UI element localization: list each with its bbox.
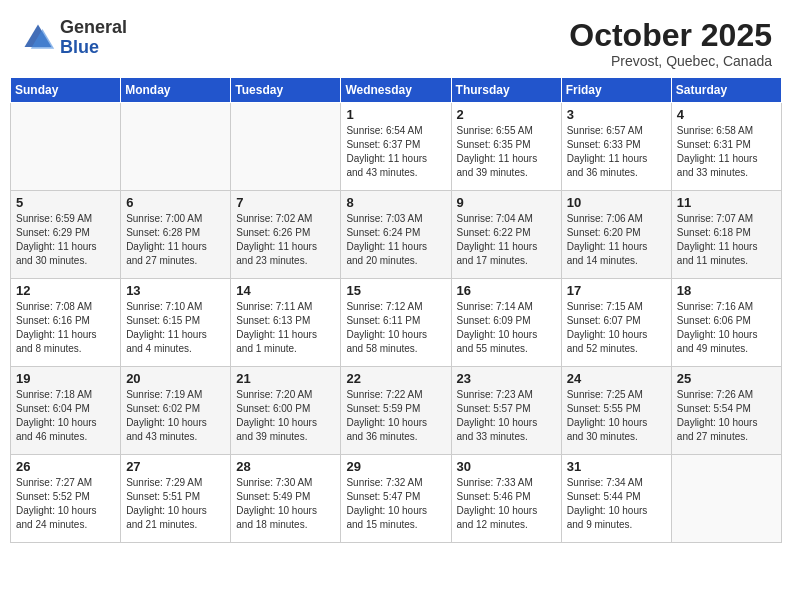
calendar-cell	[231, 103, 341, 191]
calendar-cell: 12Sunrise: 7:08 AM Sunset: 6:16 PM Dayli…	[11, 279, 121, 367]
day-info: Sunrise: 7:20 AM Sunset: 6:00 PM Dayligh…	[236, 388, 335, 444]
day-number: 6	[126, 195, 225, 210]
weekday-header-tuesday: Tuesday	[231, 78, 341, 103]
calendar-cell: 4Sunrise: 6:58 AM Sunset: 6:31 PM Daylig…	[671, 103, 781, 191]
day-number: 22	[346, 371, 445, 386]
day-info: Sunrise: 7:34 AM Sunset: 5:44 PM Dayligh…	[567, 476, 666, 532]
day-number: 4	[677, 107, 776, 122]
page-header: General Blue October 2025 Prevost, Quebe…	[10, 10, 782, 69]
day-number: 14	[236, 283, 335, 298]
location-subtitle: Prevost, Quebec, Canada	[569, 53, 772, 69]
day-info: Sunrise: 7:18 AM Sunset: 6:04 PM Dayligh…	[16, 388, 115, 444]
calendar-cell	[121, 103, 231, 191]
day-info: Sunrise: 7:27 AM Sunset: 5:52 PM Dayligh…	[16, 476, 115, 532]
logo-general: General	[60, 18, 127, 38]
day-number: 30	[457, 459, 556, 474]
day-number: 20	[126, 371, 225, 386]
calendar-cell: 20Sunrise: 7:19 AM Sunset: 6:02 PM Dayli…	[121, 367, 231, 455]
logo-icon	[20, 20, 56, 56]
calendar-cell: 15Sunrise: 7:12 AM Sunset: 6:11 PM Dayli…	[341, 279, 451, 367]
day-number: 25	[677, 371, 776, 386]
day-number: 7	[236, 195, 335, 210]
calendar-cell: 23Sunrise: 7:23 AM Sunset: 5:57 PM Dayli…	[451, 367, 561, 455]
day-info: Sunrise: 7:29 AM Sunset: 5:51 PM Dayligh…	[126, 476, 225, 532]
day-info: Sunrise: 7:22 AM Sunset: 5:59 PM Dayligh…	[346, 388, 445, 444]
day-number: 19	[16, 371, 115, 386]
weekday-header-monday: Monday	[121, 78, 231, 103]
day-number: 21	[236, 371, 335, 386]
day-number: 27	[126, 459, 225, 474]
day-info: Sunrise: 7:14 AM Sunset: 6:09 PM Dayligh…	[457, 300, 556, 356]
day-number: 23	[457, 371, 556, 386]
day-number: 9	[457, 195, 556, 210]
logo-blue: Blue	[60, 38, 127, 58]
day-info: Sunrise: 6:59 AM Sunset: 6:29 PM Dayligh…	[16, 212, 115, 268]
day-info: Sunrise: 6:55 AM Sunset: 6:35 PM Dayligh…	[457, 124, 556, 180]
day-number: 1	[346, 107, 445, 122]
calendar-cell: 24Sunrise: 7:25 AM Sunset: 5:55 PM Dayli…	[561, 367, 671, 455]
day-number: 15	[346, 283, 445, 298]
day-info: Sunrise: 7:16 AM Sunset: 6:06 PM Dayligh…	[677, 300, 776, 356]
calendar-cell: 6Sunrise: 7:00 AM Sunset: 6:28 PM Daylig…	[121, 191, 231, 279]
weekday-header-row: SundayMondayTuesdayWednesdayThursdayFrid…	[11, 78, 782, 103]
calendar-cell: 22Sunrise: 7:22 AM Sunset: 5:59 PM Dayli…	[341, 367, 451, 455]
weekday-header-friday: Friday	[561, 78, 671, 103]
day-info: Sunrise: 7:06 AM Sunset: 6:20 PM Dayligh…	[567, 212, 666, 268]
title-block: October 2025 Prevost, Quebec, Canada	[569, 18, 772, 69]
day-info: Sunrise: 7:33 AM Sunset: 5:46 PM Dayligh…	[457, 476, 556, 532]
calendar-cell: 1Sunrise: 6:54 AM Sunset: 6:37 PM Daylig…	[341, 103, 451, 191]
calendar-cell: 26Sunrise: 7:27 AM Sunset: 5:52 PM Dayli…	[11, 455, 121, 543]
calendar-cell: 9Sunrise: 7:04 AM Sunset: 6:22 PM Daylig…	[451, 191, 561, 279]
day-info: Sunrise: 7:12 AM Sunset: 6:11 PM Dayligh…	[346, 300, 445, 356]
weekday-header-saturday: Saturday	[671, 78, 781, 103]
calendar-cell: 19Sunrise: 7:18 AM Sunset: 6:04 PM Dayli…	[11, 367, 121, 455]
calendar-cell: 18Sunrise: 7:16 AM Sunset: 6:06 PM Dayli…	[671, 279, 781, 367]
calendar-cell: 16Sunrise: 7:14 AM Sunset: 6:09 PM Dayli…	[451, 279, 561, 367]
day-info: Sunrise: 7:10 AM Sunset: 6:15 PM Dayligh…	[126, 300, 225, 356]
day-number: 31	[567, 459, 666, 474]
day-info: Sunrise: 7:23 AM Sunset: 5:57 PM Dayligh…	[457, 388, 556, 444]
calendar-cell	[11, 103, 121, 191]
day-info: Sunrise: 7:07 AM Sunset: 6:18 PM Dayligh…	[677, 212, 776, 268]
day-number: 18	[677, 283, 776, 298]
calendar-cell: 25Sunrise: 7:26 AM Sunset: 5:54 PM Dayli…	[671, 367, 781, 455]
calendar-cell: 11Sunrise: 7:07 AM Sunset: 6:18 PM Dayli…	[671, 191, 781, 279]
calendar-cell: 30Sunrise: 7:33 AM Sunset: 5:46 PM Dayli…	[451, 455, 561, 543]
calendar-cell	[671, 455, 781, 543]
day-info: Sunrise: 6:58 AM Sunset: 6:31 PM Dayligh…	[677, 124, 776, 180]
calendar-week-4: 19Sunrise: 7:18 AM Sunset: 6:04 PM Dayli…	[11, 367, 782, 455]
calendar-week-3: 12Sunrise: 7:08 AM Sunset: 6:16 PM Dayli…	[11, 279, 782, 367]
calendar-cell: 5Sunrise: 6:59 AM Sunset: 6:29 PM Daylig…	[11, 191, 121, 279]
day-info: Sunrise: 7:15 AM Sunset: 6:07 PM Dayligh…	[567, 300, 666, 356]
calendar-week-2: 5Sunrise: 6:59 AM Sunset: 6:29 PM Daylig…	[11, 191, 782, 279]
day-info: Sunrise: 6:57 AM Sunset: 6:33 PM Dayligh…	[567, 124, 666, 180]
day-number: 17	[567, 283, 666, 298]
day-number: 11	[677, 195, 776, 210]
day-number: 16	[457, 283, 556, 298]
day-number: 10	[567, 195, 666, 210]
day-number: 8	[346, 195, 445, 210]
day-number: 2	[457, 107, 556, 122]
day-info: Sunrise: 7:30 AM Sunset: 5:49 PM Dayligh…	[236, 476, 335, 532]
calendar-cell: 27Sunrise: 7:29 AM Sunset: 5:51 PM Dayli…	[121, 455, 231, 543]
day-info: Sunrise: 7:03 AM Sunset: 6:24 PM Dayligh…	[346, 212, 445, 268]
calendar-cell: 3Sunrise: 6:57 AM Sunset: 6:33 PM Daylig…	[561, 103, 671, 191]
calendar-cell: 17Sunrise: 7:15 AM Sunset: 6:07 PM Dayli…	[561, 279, 671, 367]
calendar-table: SundayMondayTuesdayWednesdayThursdayFrid…	[10, 77, 782, 543]
day-number: 3	[567, 107, 666, 122]
calendar-cell: 8Sunrise: 7:03 AM Sunset: 6:24 PM Daylig…	[341, 191, 451, 279]
calendar-cell: 14Sunrise: 7:11 AM Sunset: 6:13 PM Dayli…	[231, 279, 341, 367]
calendar-cell: 10Sunrise: 7:06 AM Sunset: 6:20 PM Dayli…	[561, 191, 671, 279]
calendar-cell: 31Sunrise: 7:34 AM Sunset: 5:44 PM Dayli…	[561, 455, 671, 543]
calendar-cell: 28Sunrise: 7:30 AM Sunset: 5:49 PM Dayli…	[231, 455, 341, 543]
day-number: 12	[16, 283, 115, 298]
day-info: Sunrise: 7:26 AM Sunset: 5:54 PM Dayligh…	[677, 388, 776, 444]
day-number: 5	[16, 195, 115, 210]
day-number: 28	[236, 459, 335, 474]
calendar-cell: 2Sunrise: 6:55 AM Sunset: 6:35 PM Daylig…	[451, 103, 561, 191]
weekday-header-thursday: Thursday	[451, 78, 561, 103]
day-info: Sunrise: 7:02 AM Sunset: 6:26 PM Dayligh…	[236, 212, 335, 268]
day-info: Sunrise: 7:00 AM Sunset: 6:28 PM Dayligh…	[126, 212, 225, 268]
day-number: 26	[16, 459, 115, 474]
weekday-header-wednesday: Wednesday	[341, 78, 451, 103]
